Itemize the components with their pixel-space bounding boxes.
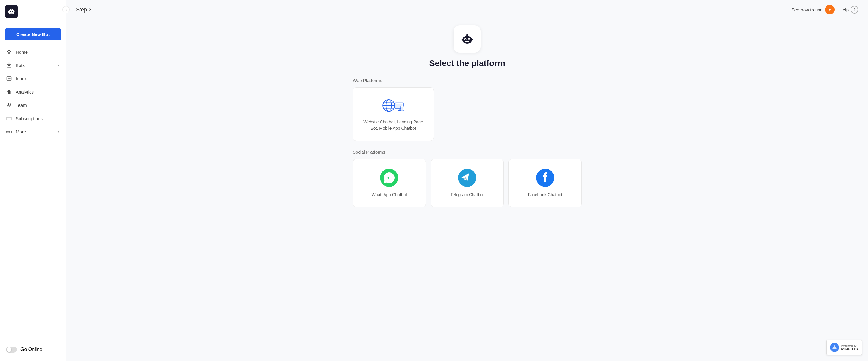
telegram-icon: [458, 168, 477, 188]
facebook-label: Facebook Chatbot: [528, 192, 562, 198]
whatsapp-platform-card[interactable]: WhatsApp Chatbot: [352, 159, 426, 207]
web-platform-icon: [381, 96, 405, 115]
svg-point-5: [11, 8, 12, 10]
more-icon: [6, 129, 12, 135]
svg-rect-3: [10, 13, 13, 13]
step-label: Step 2: [76, 7, 92, 13]
bot-logo-icon: [460, 31, 475, 47]
sidebar-item-team[interactable]: Team: [0, 99, 66, 112]
whatsapp-icon: [379, 168, 399, 188]
app-logo-icon: [5, 5, 18, 18]
telegram-label: Telegram Chatbot: [451, 192, 484, 198]
sidebar-item-more[interactable]: More ▼: [0, 125, 66, 138]
help-button[interactable]: Help ?: [839, 6, 858, 13]
svg-marker-20: [829, 8, 831, 11]
play-button-icon: [825, 5, 835, 15]
svg-point-16: [8, 103, 9, 105]
svg-point-1: [10, 11, 11, 12]
see-how-label: See how to use: [792, 7, 823, 12]
home-label: Home: [16, 50, 28, 55]
svg-rect-42: [401, 107, 403, 110]
recaptcha-logo: [830, 342, 839, 352]
web-platforms-section: Web Platforms: [352, 78, 582, 141]
subscriptions-icon: [6, 115, 12, 121]
svg-point-26: [469, 39, 470, 40]
social-section-label: Social Platforms: [352, 149, 582, 155]
svg-rect-18: [7, 117, 11, 120]
facebook-icon: [535, 168, 555, 188]
svg-point-2: [12, 11, 13, 12]
create-new-bot-button[interactable]: Create New Bot: [5, 28, 61, 40]
svg-rect-14: [9, 90, 10, 94]
telegram-platform-card[interactable]: Telegram Chatbot: [431, 159, 504, 207]
bots-label: Bots: [16, 63, 25, 68]
web-platform-text: Website Chatbot, Landing Page Bot, Mobil…: [360, 119, 427, 132]
help-circle-icon: ?: [850, 6, 858, 13]
help-label: Help: [839, 7, 849, 12]
bots-chevron: ▲: [57, 63, 60, 67]
svg-point-17: [10, 104, 11, 105]
svg-rect-40: [398, 110, 401, 111]
team-label: Team: [16, 103, 27, 108]
sidebar-item-bots[interactable]: Bots ▲: [0, 59, 66, 72]
see-how-to-use-button[interactable]: See how to use: [792, 5, 835, 15]
svg-point-25: [465, 39, 466, 40]
svg-rect-15: [10, 91, 11, 94]
social-platforms-section: Social Platforms WhatsApp Chatbot: [352, 149, 582, 207]
analytics-label: Analytics: [16, 89, 34, 94]
go-online-container: Go Online: [0, 343, 66, 356]
svg-rect-12: [7, 77, 11, 80]
sidebar-logo: [0, 5, 66, 23]
toggle-knob: [7, 347, 11, 352]
inbox-label: Inbox: [16, 76, 27, 81]
top-bar-right: See how to use Help ?: [792, 5, 858, 15]
more-label: More: [16, 129, 26, 134]
go-online-label: Go Online: [21, 347, 42, 352]
facebook-platform-card[interactable]: Facebook Chatbot: [508, 159, 582, 207]
sidebar-item-analytics[interactable]: Analytics: [0, 85, 66, 99]
inbox-icon: [6, 76, 12, 82]
subscriptions-label: Subscriptions: [16, 116, 43, 121]
svg-rect-13: [7, 92, 8, 94]
content-area: Select the platform Web Platforms: [66, 19, 868, 361]
web-platform-card[interactable]: Website Chatbot, Landing Page Bot, Mobil…: [352, 87, 434, 141]
svg-rect-8: [7, 52, 11, 54]
analytics-icon: [6, 89, 12, 95]
svg-rect-9: [7, 64, 11, 67]
top-bar: Step 2 See how to use Help ?: [66, 0, 868, 19]
recaptcha-label: reCAPTCHA: [841, 348, 859, 351]
bots-icon: [6, 62, 12, 68]
svg-point-10: [8, 65, 9, 66]
recaptcha-badge: Protected by reCAPTCHA: [827, 340, 862, 355]
go-online-toggle[interactable]: [6, 346, 17, 353]
svg-point-29: [466, 34, 468, 36]
team-icon: [6, 102, 12, 108]
whatsapp-label: WhatsApp Chatbot: [372, 192, 407, 198]
svg-point-11: [9, 65, 10, 66]
sidebar-collapse-button[interactable]: ‹: [62, 6, 70, 13]
svg-rect-27: [465, 41, 469, 42]
page-title: Select the platform: [429, 59, 505, 68]
bot-icon-container: [454, 25, 481, 53]
more-chevron: ▼: [57, 130, 60, 133]
home-icon: [6, 49, 12, 55]
platforms-container: Web Platforms: [352, 78, 582, 207]
sidebar-item-inbox[interactable]: Inbox: [0, 72, 66, 85]
web-section-label: Web Platforms: [352, 78, 582, 83]
sidebar-item-subscriptions[interactable]: Subscriptions: [0, 112, 66, 125]
main-content: Step 2 See how to use Help ?: [66, 0, 868, 361]
social-platforms-row: WhatsApp Chatbot Telegram Chatbot: [352, 159, 582, 207]
sidebar: ‹ Create New Bot Home Bots ▲: [0, 0, 66, 361]
sidebar-item-home[interactable]: Home: [0, 45, 66, 59]
